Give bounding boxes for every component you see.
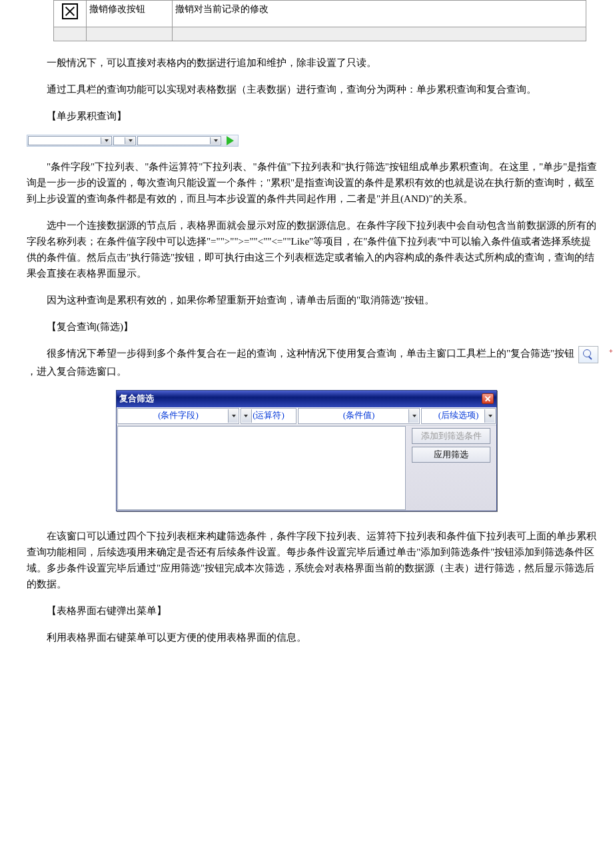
paragraph: 一般情况下，可以直接对表格内的数据进行追加和维护，除非设置了只读。 [13, 55, 600, 71]
compound-filter-dialog: 复合筛选 (条件字段) (运算符) (条件值) (后续选项) 添加到筛选条件 应… [116, 390, 497, 511]
paragraph: 因为这种查询是累积有效的，如果你希望重新开始查询，请单击后面的"取消筛选"按钮。 [13, 292, 600, 308]
paragraph: 在该窗口可以通过四个下拉列表框来构建筛选条件，条件字段下拉列表、运算符下拉列表和… [13, 528, 600, 592]
paragraph: "条件字段"下拉列表、"条件运算符"下拉列表、"条件值"下拉列表和"执行筛选"按… [13, 159, 600, 207]
text-segment: 很多情况下希望一步得到多个条件复合在一起的查询，这种情况下使用复合查询，单击主窗… [47, 348, 574, 359]
paragraph: 很多情况下希望一步得到多个条件复合在一起的查询，这种情况下使用复合查询，单击主窗… [13, 345, 600, 379]
close-icon[interactable] [482, 393, 494, 404]
single-step-toolbar [27, 135, 239, 147]
top-reference-table: 撤销修改按钮 撤销对当前记录的修改 [53, 0, 586, 41]
dialog-field-combo[interactable]: (条件字段) [117, 408, 239, 424]
value-combo[interactable] [137, 136, 221, 145]
execute-filter-icon[interactable] [223, 136, 237, 145]
combo-text: (条件字段) [158, 409, 199, 423]
paragraph: 选中一个连接数据源的节点后，表格界面就会显示对应的数据源信息。在条件字段下拉列表… [13, 217, 600, 281]
top-table-desc: 撤销对当前记录的修改 [173, 1, 586, 27]
dialog-value-combo[interactable]: (条件值) [298, 408, 420, 424]
paragraph: 通过工具栏的查询功能可以实现对表格数据（主表数据）进行查询，查询分为两种：单步累… [13, 81, 600, 97]
dialog-operator-combo[interactable]: (运算符) [241, 408, 297, 424]
filter-conditions-area [117, 426, 406, 510]
section-heading: 【复合查询(筛选)】 [13, 319, 600, 335]
top-table-label: 撤销修改按钮 [87, 1, 173, 27]
operator-combo[interactable] [113, 136, 136, 145]
cancel-x-icon [62, 3, 78, 19]
dialog-title-text: 复合筛选 [119, 392, 154, 406]
combo-text: (条件值) [343, 409, 375, 423]
section-heading: 【单步累积查询】 [13, 108, 600, 124]
dialog-titlebar: 复合筛选 [117, 391, 496, 407]
paragraph: 利用表格界面右键菜单可以更方便的使用表格界面的信息。 [13, 629, 600, 645]
compound-filter-icon[interactable]: + [578, 346, 598, 363]
dialog-next-combo[interactable]: (后续选项) [421, 408, 496, 424]
apply-filter-button[interactable]: 应用筛选 [412, 447, 490, 463]
text-segment: ，进入复合筛选窗口。 [27, 366, 127, 377]
field-combo[interactable] [28, 136, 112, 145]
combo-text: (运算符) [253, 409, 285, 423]
add-to-filter-button[interactable]: 添加到筛选条件 [412, 428, 490, 444]
section-heading: 【表格界面右键弹出菜单】 [13, 603, 600, 619]
combo-text: (后续选项) [438, 409, 479, 423]
